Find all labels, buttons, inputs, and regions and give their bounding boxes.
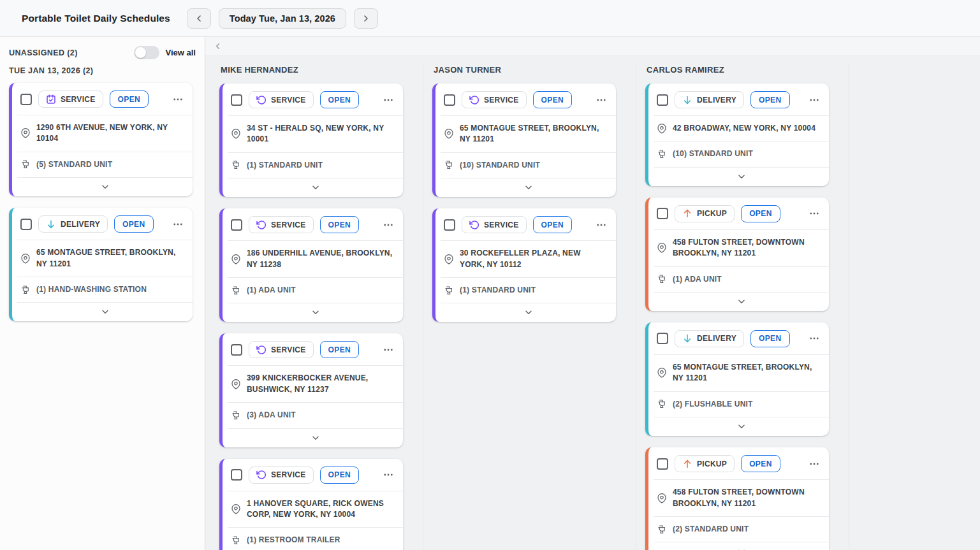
card-menu-button[interactable] bbox=[596, 219, 607, 231]
chevron-down-icon bbox=[311, 182, 321, 192]
repeat-icon bbox=[256, 345, 267, 355]
card-checkbox[interactable] bbox=[657, 333, 668, 344]
job-type-label: DELIVERY bbox=[697, 334, 736, 343]
job-card[interactable]: SERVICEOPEN186 UNDERHILL AVENUE, BROOKLY… bbox=[219, 208, 403, 322]
unit-text: (3) ADA UNIT bbox=[247, 410, 296, 421]
map-pin-icon bbox=[20, 128, 31, 138]
job-type-label: SERVICE bbox=[271, 345, 306, 354]
date-picker-button[interactable]: Today Tue, Jan 13, 2026 bbox=[219, 8, 346, 29]
repeat-icon bbox=[256, 95, 267, 105]
previous-day-button[interactable] bbox=[187, 8, 211, 29]
unit-text: (1) RESTROOM TRAILER bbox=[247, 535, 340, 546]
address-row: 65 MONTAGUE STREET, BROOKLYN, NY 11201 bbox=[441, 115, 616, 152]
address-row: 399 KNICKERBOCKER AVENUE, BUSHWICK, NY 1… bbox=[228, 365, 403, 402]
card-checkbox[interactable] bbox=[444, 219, 455, 231]
job-type-label: SERVICE bbox=[484, 96, 519, 105]
repeat-icon bbox=[469, 220, 479, 230]
card-menu-button[interactable] bbox=[172, 94, 184, 105]
expand-card-button[interactable] bbox=[228, 428, 403, 447]
expand-card-button[interactable] bbox=[17, 177, 193, 196]
map-pin-icon bbox=[231, 129, 241, 139]
card-menu-button[interactable] bbox=[383, 219, 394, 231]
card-menu-button[interactable] bbox=[596, 94, 607, 106]
expand-card-button[interactable] bbox=[228, 178, 403, 197]
job-type-label: SERVICE bbox=[61, 95, 96, 104]
card-checkbox[interactable] bbox=[657, 208, 668, 219]
card-menu-button[interactable] bbox=[808, 94, 820, 106]
repeat-icon bbox=[256, 470, 267, 480]
card-checkbox[interactable] bbox=[657, 458, 668, 470]
job-card[interactable]: PICKUPOPEN458 FULTON STREET, DOWNTOWN BR… bbox=[645, 198, 829, 311]
job-card[interactable]: SERVICEOPEN65 MONTAGUE STREET, BROOKLYN,… bbox=[432, 83, 616, 197]
card-menu-button[interactable] bbox=[383, 469, 394, 481]
job-card[interactable]: DELIVERYOPEN65 MONTAGUE STREET, BROOKLYN… bbox=[645, 322, 829, 436]
arrow-down-icon bbox=[46, 219, 56, 229]
expand-card-button[interactable] bbox=[17, 302, 193, 321]
card-menu-button[interactable] bbox=[808, 458, 820, 470]
card-menu-button[interactable] bbox=[383, 344, 394, 356]
job-card[interactable]: DELIVERYOPEN42 BROADWAY, NEW YORK, NY 10… bbox=[645, 83, 829, 186]
toilet-icon bbox=[657, 399, 667, 409]
map-pin-icon bbox=[231, 504, 241, 514]
kebab-icon bbox=[172, 94, 184, 105]
chevron-down-icon bbox=[523, 182, 534, 192]
toilet-icon bbox=[231, 286, 241, 296]
card-checkbox[interactable] bbox=[231, 219, 242, 231]
expand-card-button[interactable] bbox=[654, 167, 829, 186]
job-type-chip: DELIVERY bbox=[38, 215, 108, 233]
job-type-label: PICKUP bbox=[697, 460, 727, 468]
address-row: 458 FULTON STREET, DOWNTOWN BROOKLYN, NY… bbox=[654, 229, 829, 266]
card-checkbox[interactable] bbox=[444, 94, 455, 106]
card-header: SERVICEOPEN bbox=[12, 83, 193, 115]
kebab-icon bbox=[383, 469, 394, 481]
chevron-left-icon bbox=[213, 41, 223, 51]
next-day-button[interactable] bbox=[354, 8, 378, 29]
card-checkbox[interactable] bbox=[231, 469, 242, 481]
toilet-icon bbox=[444, 160, 454, 170]
kebab-icon bbox=[808, 208, 820, 219]
toilet-icon bbox=[231, 160, 241, 170]
address-row: 65 MONTAGUE STREET, BROOKLYN, NY 11201 bbox=[17, 240, 193, 277]
kebab-icon bbox=[172, 219, 184, 230]
address-text: 186 UNDERHILL AVENUE, BROOKLYN, NY 11238 bbox=[247, 248, 394, 270]
expand-card-button[interactable] bbox=[441, 303, 616, 322]
card-checkbox[interactable] bbox=[20, 219, 32, 230]
job-card[interactable]: SERVICEOPEN399 KNICKERBOCKER AVENUE, BUS… bbox=[219, 333, 403, 447]
kebab-icon bbox=[808, 94, 820, 106]
unit-row: (1) STANDARD UNIT bbox=[441, 277, 616, 303]
repeat-icon bbox=[469, 95, 479, 105]
card-checkbox[interactable] bbox=[657, 94, 668, 106]
page-title: Portable Toilet Daily Schedules bbox=[22, 13, 170, 24]
unit-text: (10) STANDARD UNIT bbox=[460, 160, 540, 171]
card-checkbox[interactable] bbox=[231, 94, 242, 106]
expand-card-button[interactable] bbox=[228, 303, 403, 322]
expand-card-button[interactable] bbox=[441, 178, 616, 197]
card-checkbox[interactable] bbox=[20, 94, 32, 105]
crew-name: JASON TURNER bbox=[434, 65, 625, 75]
card-menu-button[interactable] bbox=[808, 208, 820, 219]
job-card[interactable]: SERVICEOPEN30 ROCKEFELLER PLAZA, NEW YOR… bbox=[432, 208, 616, 322]
address-text: 1290 6TH AVENUE, NEW YORK, NY 10104 bbox=[36, 122, 184, 145]
card-menu-button[interactable] bbox=[172, 219, 184, 230]
expand-card-button[interactable] bbox=[654, 417, 829, 436]
job-card[interactable]: SERVICEOPEN1290 6TH AVENUE, NEW YORK, NY… bbox=[9, 83, 193, 196]
toilet-icon bbox=[20, 285, 31, 295]
card-header: DELIVERYOPEN bbox=[12, 208, 193, 240]
arrow-down-icon bbox=[682, 333, 692, 344]
job-card[interactable]: SERVICEOPEN34 ST - HERALD SQ, NEW YORK, … bbox=[219, 83, 403, 197]
unassigned-card-list: SERVICEOPEN1290 6TH AVENUE, NEW YORK, NY… bbox=[9, 83, 196, 321]
topbar: Portable Toilet Daily Schedules Today Tu… bbox=[0, 0, 980, 37]
job-card[interactable]: SERVICEOPEN1 HANOVER SQUARE, RICK OWENS … bbox=[219, 459, 403, 550]
arrow-up-icon bbox=[682, 208, 692, 219]
view-all-toggle[interactable] bbox=[134, 46, 159, 59]
collapse-sidebar-button[interactable] bbox=[213, 41, 223, 51]
arrow-up-icon bbox=[682, 459, 692, 469]
card-menu-button[interactable] bbox=[383, 94, 394, 106]
card-checkbox[interactable] bbox=[231, 344, 242, 356]
view-all-label: View all bbox=[166, 48, 196, 57]
job-card[interactable]: PICKUPOPEN458 FULTON STREET, DOWNTOWN BR… bbox=[645, 447, 829, 550]
expand-card-button[interactable] bbox=[654, 542, 829, 550]
expand-card-button[interactable] bbox=[654, 292, 829, 311]
job-card[interactable]: DELIVERYOPEN65 MONTAGUE STREET, BROOKLYN… bbox=[9, 208, 193, 321]
card-menu-button[interactable] bbox=[808, 333, 820, 344]
